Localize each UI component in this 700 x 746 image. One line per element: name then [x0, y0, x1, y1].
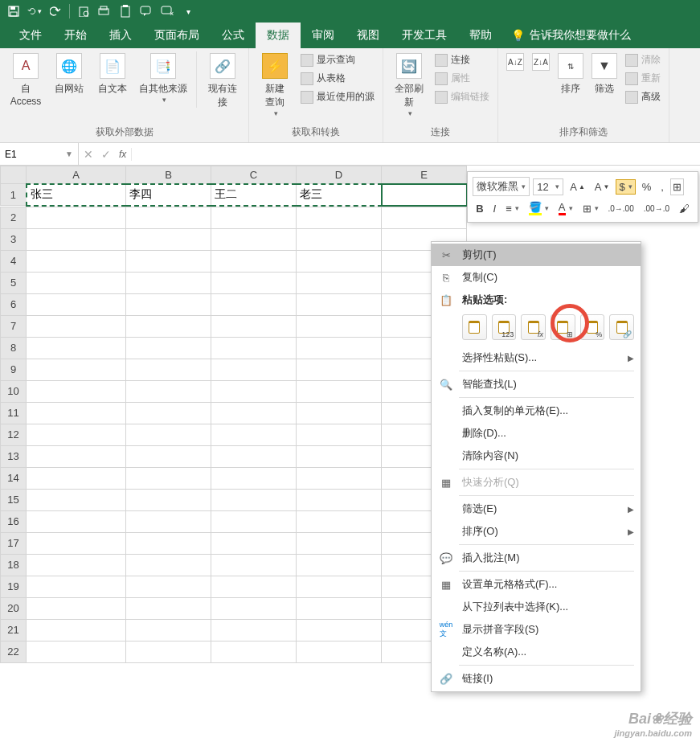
select-all-corner[interactable] — [1, 166, 27, 184]
cell[interactable] — [211, 272, 297, 293]
borders-icon[interactable]: ⊞▾ — [579, 201, 602, 216]
tab-review[interactable]: 审阅 — [301, 23, 346, 48]
sort-asc-button[interactable]: A↓Z — [503, 51, 527, 76]
percent-format-icon[interactable]: % — [639, 179, 655, 195]
row-header[interactable]: 15 — [1, 489, 27, 510]
cancel-formula-icon[interactable]: ✕ — [84, 148, 93, 161]
tab-file[interactable]: 文件 — [8, 23, 53, 48]
paste-link-button[interactable]: 🔗 — [609, 314, 634, 340]
tab-insert[interactable]: 插入 — [98, 23, 143, 48]
cell[interactable] — [211, 402, 297, 424]
cell[interactable] — [126, 467, 211, 489]
font-color-icon[interactable]: A▾ — [555, 199, 576, 217]
cm-show-pinyin[interactable]: wén文 显示拼音字段(S) — [432, 618, 641, 641]
cell[interactable] — [211, 576, 297, 597]
row-header[interactable]: 12 — [1, 424, 27, 445]
cell[interactable] — [126, 337, 211, 359]
row-header[interactable]: 10 — [1, 380, 27, 402]
cm-smart-lookup[interactable]: 🔍 智能查找(L) — [432, 373, 641, 396]
cell[interactable] — [27, 489, 126, 510]
cell[interactable] — [27, 619, 126, 641]
cm-copy[interactable]: ⎘ 复制(C) — [432, 266, 641, 289]
cell[interactable] — [211, 445, 297, 467]
cell[interactable] — [297, 402, 382, 424]
cell[interactable] — [211, 641, 297, 662]
cell[interactable] — [211, 424, 297, 445]
cell[interactable] — [27, 315, 126, 337]
cm-insert-comment[interactable]: 💬 插入批注(M) — [432, 547, 641, 569]
name-box[interactable]: E1 ▼ — [0, 143, 79, 165]
cell[interactable] — [126, 510, 211, 532]
clear-filter-button[interactable]: 清除 — [622, 51, 664, 68]
fx-icon[interactable]: fx — [119, 149, 126, 160]
cell[interactable] — [27, 532, 126, 554]
decrease-font-icon[interactable]: A▼ — [592, 179, 613, 195]
cell[interactable] — [126, 489, 211, 510]
col-header-A[interactable]: A — [27, 166, 126, 184]
filter-button[interactable]: ▼筛选 — [588, 51, 620, 97]
cell[interactable] — [211, 359, 297, 380]
cell[interactable] — [27, 597, 126, 619]
cm-clear[interactable]: 清除内容(N) — [432, 445, 641, 467]
cell[interactable] — [382, 207, 467, 228]
tab-help[interactable]: 帮助 — [458, 23, 503, 48]
cell[interactable] — [27, 293, 126, 315]
paste-values-button[interactable]: 123 — [492, 314, 517, 340]
cell[interactable] — [126, 228, 211, 250]
paste-all-button[interactable] — [462, 314, 487, 340]
cell-A1[interactable]: 张三 — [27, 184, 126, 206]
clipboard-icon[interactable] — [118, 4, 133, 18]
col-header-D[interactable]: D — [297, 166, 382, 184]
existing-connections-button[interactable]: 🔗现有连接 — [202, 51, 244, 111]
row-header[interactable]: 4 — [1, 250, 27, 272]
cell[interactable] — [297, 250, 382, 272]
cell[interactable] — [27, 250, 126, 272]
cm-pick-from-list[interactable]: 从下拉列表中选择(K)... — [432, 596, 641, 618]
cell[interactable] — [27, 207, 126, 228]
cell[interactable] — [27, 380, 126, 402]
cell[interactable] — [126, 554, 211, 576]
format-cells-icon[interactable]: ⊞ — [670, 178, 684, 195]
from-access-button[interactable]: A自 Access — [5, 51, 47, 109]
cm-delete[interactable]: 删除(D)... — [432, 422, 641, 445]
properties-button[interactable]: 属性 — [432, 70, 493, 87]
cell[interactable] — [27, 554, 126, 576]
cm-link[interactable]: 🔗 链接(I) — [432, 667, 641, 690]
cell[interactable] — [297, 380, 382, 402]
cell[interactable] — [211, 554, 297, 576]
sort-button[interactable]: ⇅排序 — [555, 51, 587, 97]
new-query-button[interactable]: ⚡新建 查询▾ — [254, 51, 296, 119]
row-header[interactable]: 17 — [1, 532, 27, 554]
cell[interactable] — [297, 619, 382, 641]
cell[interactable] — [211, 619, 297, 641]
cell[interactable] — [211, 489, 297, 510]
col-header-B[interactable]: B — [126, 166, 211, 184]
cell[interactable] — [27, 641, 126, 662]
cell[interactable] — [126, 272, 211, 293]
cm-define-name[interactable]: 定义名称(A)... — [432, 641, 641, 663]
cell[interactable] — [126, 402, 211, 424]
paste-formatting-button[interactable]: ⊞ — [551, 314, 575, 340]
cell[interactable] — [126, 315, 211, 337]
cell-D1[interactable]: 老三 — [297, 184, 382, 206]
cell[interactable] — [27, 337, 126, 359]
row-header[interactable]: 3 — [1, 228, 27, 250]
cell[interactable] — [27, 576, 126, 597]
tab-layout[interactable]: 页面布局 — [143, 23, 211, 48]
row-header[interactable]: 2 — [1, 207, 27, 228]
font-selector[interactable]: 微软雅黑▾ — [473, 177, 530, 196]
enter-formula-icon[interactable]: ✓ — [101, 148, 111, 161]
cell[interactable] — [27, 402, 126, 424]
row-header[interactable]: 14 — [1, 467, 27, 489]
cell[interactable] — [297, 228, 382, 250]
cell[interactable] — [297, 532, 382, 554]
from-table-button[interactable]: 从表格 — [297, 70, 378, 87]
row-header[interactable]: 16 — [1, 510, 27, 532]
row-header[interactable]: 19 — [1, 576, 27, 597]
font-size-selector[interactable]: 12▾ — [533, 178, 563, 195]
cell[interactable] — [297, 641, 382, 662]
cell[interactable] — [126, 619, 211, 641]
cell[interactable] — [297, 424, 382, 445]
row-header[interactable]: 7 — [1, 315, 27, 337]
cell[interactable] — [297, 554, 382, 576]
